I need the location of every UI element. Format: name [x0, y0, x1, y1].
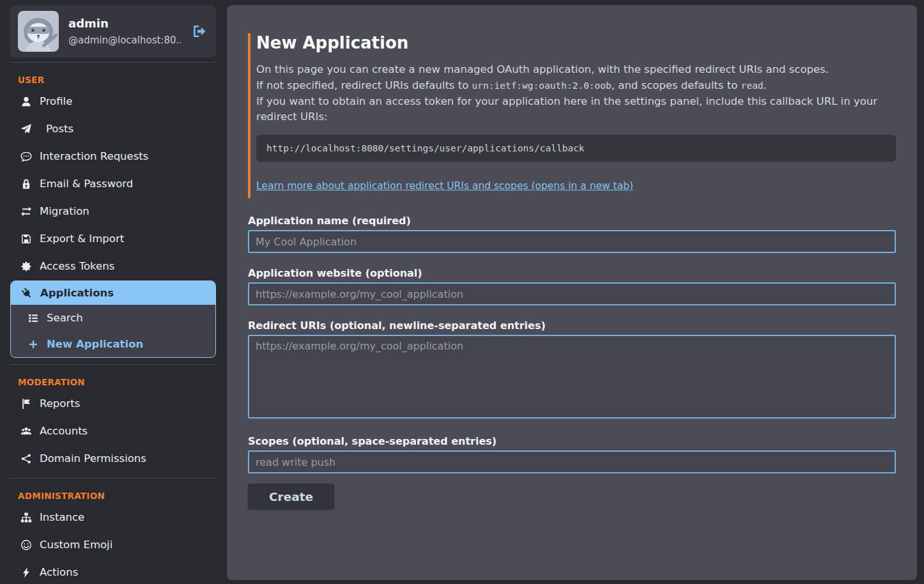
- sitemap-icon: [19, 512, 33, 523]
- sidebar-item-domain-permissions[interactable]: Domain Permissions: [10, 445, 216, 472]
- application-website-field-group: Application website (optional): [248, 267, 896, 305]
- sidebar-item-label: Access Tokens: [40, 260, 114, 272]
- sidebar-item-label: Custom Emoji: [40, 539, 112, 551]
- users-icon: [19, 426, 33, 437]
- sidebar-item-custom-emoji[interactable]: Custom Emoji: [10, 532, 216, 558]
- user-icon: [19, 96, 33, 107]
- user-card[interactable]: admin @admin@localhost:80...: [10, 5, 216, 58]
- page-title: New Application: [256, 33, 896, 52]
- sidebar-item-label: Search: [47, 312, 83, 324]
- sidebar-item-label: Actions: [40, 566, 78, 578]
- sidebar-item-reports[interactable]: Reports: [10, 390, 216, 417]
- section-label-administration: ADMINISTRATION: [18, 491, 216, 501]
- plus-icon: [26, 339, 40, 350]
- sidebar-item-email-password[interactable]: Email & Password: [10, 171, 216, 197]
- list-icon: [26, 312, 40, 324]
- comment-dots-icon: [19, 151, 33, 162]
- floppy-disk-icon: [19, 233, 33, 245]
- sidebar-item-interaction-requests[interactable]: Interaction Requests: [10, 143, 216, 169]
- sidebar-item-applications[interactable]: Applications: [11, 281, 215, 305]
- learn-more-link[interactable]: Learn more about application redirect UR…: [256, 180, 633, 192]
- new-application-form: Application name (required) Application …: [248, 215, 896, 509]
- bolt-icon: [19, 567, 33, 578]
- application-website-input[interactable]: [248, 282, 896, 305]
- divider: [10, 364, 216, 365]
- sidebar-item-applications-search[interactable]: Search: [11, 305, 215, 331]
- sidebar-item-label: Reports: [40, 397, 80, 410]
- avatar: [18, 11, 59, 52]
- page-intro-block: New Application On this page you can cre…: [248, 33, 896, 198]
- sidebar-item-profile[interactable]: Profile: [10, 88, 216, 114]
- sidebar-item-instance[interactable]: Instance: [10, 504, 216, 530]
- intro-line-2: If not specified, redirect URIs defaults…: [256, 78, 896, 94]
- create-button[interactable]: Create: [248, 484, 334, 509]
- scopes-input[interactable]: [248, 450, 896, 473]
- paper-plane-icon: [19, 123, 33, 135]
- sidebar-item-access-tokens[interactable]: Access Tokens: [10, 253, 216, 279]
- lock-icon: [19, 178, 33, 190]
- intro-line-3: If you want to obtain an access token fo…: [256, 94, 896, 126]
- sidebar-item-label: New Application: [47, 338, 143, 350]
- smile-icon: [19, 539, 33, 551]
- sidebar-item-accounts[interactable]: Accounts: [10, 418, 216, 444]
- application-name-label: Application name (required): [248, 215, 896, 227]
- sidebar-item-actions[interactable]: Actions: [10, 559, 216, 584]
- plug-icon: [20, 288, 34, 299]
- sidebar-item-posts[interactable]: Posts: [10, 116, 216, 142]
- sidebar-item-label: Posts: [46, 123, 73, 135]
- sidebar-item-label: Migration: [40, 205, 89, 217]
- sidebar-item-label: Interaction Requests: [40, 150, 148, 162]
- main-panel: New Application On this page you can cre…: [227, 5, 917, 580]
- section-label-moderation: MODERATION: [18, 377, 216, 387]
- sidebar-item-applications-new[interactable]: New Application: [11, 331, 215, 357]
- certificate-icon: [19, 261, 33, 272]
- user-handle: @admin@localhost:80...: [68, 35, 181, 46]
- sidebar-item-label: Email & Password: [40, 178, 133, 190]
- inline-code-oob: urn:ietf:wg:oauth:2.0:oob: [472, 81, 612, 91]
- intro-line-1: On this page you can create a new manage…: [256, 62, 896, 78]
- sidebar-item-label: Export & Import: [40, 233, 124, 245]
- section-label-user: USER: [18, 75, 216, 85]
- exchange-arrows-icon: [19, 206, 33, 217]
- page-description: On this page you can create a new manage…: [256, 62, 896, 125]
- logout-icon[interactable]: [190, 22, 208, 40]
- sidebar-item-label: Accounts: [40, 425, 88, 437]
- redirect-uris-label: Redirect URIs (optional, newline-separat…: [248, 319, 896, 332]
- sidebar-item-migration[interactable]: Migration: [10, 198, 216, 224]
- sidebar-item-export-import[interactable]: Export & Import: [10, 226, 216, 252]
- applications-group: Applications Search New Application: [10, 280, 216, 358]
- callback-url-code-block: http://localhost:8080/settings/user/appl…: [256, 135, 896, 162]
- flag-icon: [19, 398, 33, 410]
- sidebar: admin @admin@localhost:80... USER Profil…: [0, 0, 227, 584]
- application-name-input[interactable]: [248, 230, 896, 253]
- scopes-label: Scopes (optional, space-separated entrie…: [248, 435, 896, 447]
- application-name-field-group: Application name (required): [248, 215, 896, 253]
- sidebar-item-label: Applications: [40, 287, 114, 299]
- user-name: admin: [68, 17, 181, 30]
- inline-code-read: read: [741, 81, 764, 91]
- sidebar-item-label: Profile: [40, 95, 72, 107]
- user-info: admin @admin@localhost:80...: [68, 17, 181, 46]
- redirect-uris-textarea[interactable]: [248, 335, 896, 419]
- sidebar-item-label: Instance: [40, 511, 84, 523]
- sidebar-item-label: Domain Permissions: [40, 452, 146, 465]
- divider: [10, 478, 216, 479]
- divider: [10, 62, 216, 63]
- scopes-field-group: Scopes (optional, space-separated entrie…: [248, 435, 896, 473]
- application-website-label: Application website (optional): [248, 267, 896, 279]
- redirect-uris-field-group: Redirect URIs (optional, newline-separat…: [248, 319, 896, 421]
- share-nodes-icon: [19, 453, 33, 465]
